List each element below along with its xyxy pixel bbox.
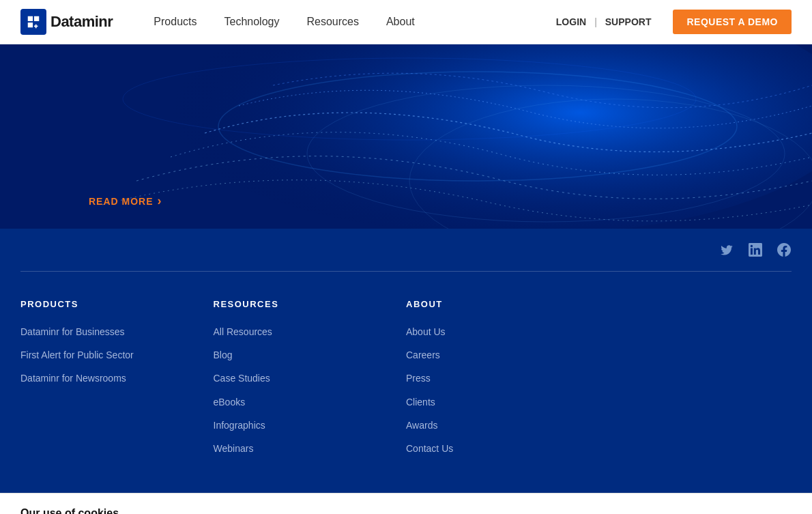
login-link[interactable]: LOGIN bbox=[556, 16, 586, 27]
footer-link-public-sector[interactable]: First Alert for Public Sector bbox=[20, 349, 214, 361]
footer-link-infographics[interactable]: Infographics bbox=[214, 419, 407, 431]
footer-products-title: PRODUCTS bbox=[20, 299, 214, 309]
footer-link-all-resources[interactable]: All Resources bbox=[214, 326, 407, 338]
footer-col-about: ABOUT About Us Careers Press Clients Awa… bbox=[406, 299, 599, 466]
linkedin-icon[interactable] bbox=[748, 242, 763, 257]
footer-link-webinars[interactable]: Webinars bbox=[214, 442, 407, 455]
nav-resources[interactable]: Resources bbox=[306, 16, 358, 28]
logo[interactable]: Dataminr bbox=[20, 9, 113, 35]
support-link[interactable]: SUPPORT bbox=[605, 16, 652, 27]
footer-link-press[interactable]: Press bbox=[406, 372, 599, 384]
logo-text: Dataminr bbox=[50, 13, 113, 31]
footer-col-resources: RESOURCES All Resources Blog Case Studie… bbox=[214, 299, 407, 466]
twitter-icon[interactable] bbox=[719, 242, 734, 257]
footer-col-products: PRODUCTS Dataminr for Businesses First A… bbox=[20, 299, 214, 466]
nav-about[interactable]: About bbox=[386, 16, 415, 28]
request-demo-button[interactable]: REQUEST A DEMO bbox=[673, 10, 792, 34]
cookie-text: Our use of cookies We use cookies and si… bbox=[20, 507, 691, 514]
footer-social bbox=[0, 229, 812, 271]
footer-link-case-studies[interactable]: Case Studies bbox=[214, 372, 407, 384]
main-nav: Dataminr Products Technology Resources A… bbox=[0, 0, 812, 44]
facebook-icon[interactable] bbox=[777, 242, 792, 257]
footer-links: PRODUCTS Dataminr for Businesses First A… bbox=[0, 272, 812, 493]
nav-right: LOGIN | SUPPORT REQUEST A DEMO bbox=[556, 10, 792, 34]
read-more-link[interactable]: READ MORE bbox=[89, 194, 162, 208]
nav-separator: | bbox=[594, 16, 597, 27]
footer-col-empty bbox=[599, 299, 792, 466]
nav-products[interactable]: Products bbox=[154, 16, 197, 28]
footer-link-awards[interactable]: Awards bbox=[406, 419, 599, 431]
cookie-banner: Our use of cookies We use cookies and si… bbox=[0, 493, 812, 514]
footer-link-contact[interactable]: Contact Us bbox=[406, 442, 599, 455]
footer-link-clients[interactable]: Clients bbox=[406, 396, 599, 408]
footer-link-businesses[interactable]: Dataminr for Businesses bbox=[20, 326, 214, 338]
footer-link-ebooks[interactable]: eBooks bbox=[214, 396, 407, 408]
footer-link-careers[interactable]: Careers bbox=[406, 349, 599, 361]
cookie-title: Our use of cookies bbox=[20, 507, 691, 514]
footer-link-blog[interactable]: Blog bbox=[214, 349, 407, 361]
nav-technology[interactable]: Technology bbox=[224, 16, 280, 28]
hero-banner: READ MORE bbox=[0, 44, 812, 229]
footer-link-about-us[interactable]: About Us bbox=[406, 326, 599, 338]
logo-icon bbox=[20, 9, 46, 35]
nav-links: Products Technology Resources About bbox=[154, 16, 555, 28]
footer-link-newsrooms[interactable]: Dataminr for Newsrooms bbox=[20, 372, 214, 384]
footer-resources-title: RESOURCES bbox=[214, 299, 407, 309]
footer-about-title: ABOUT bbox=[406, 299, 599, 309]
